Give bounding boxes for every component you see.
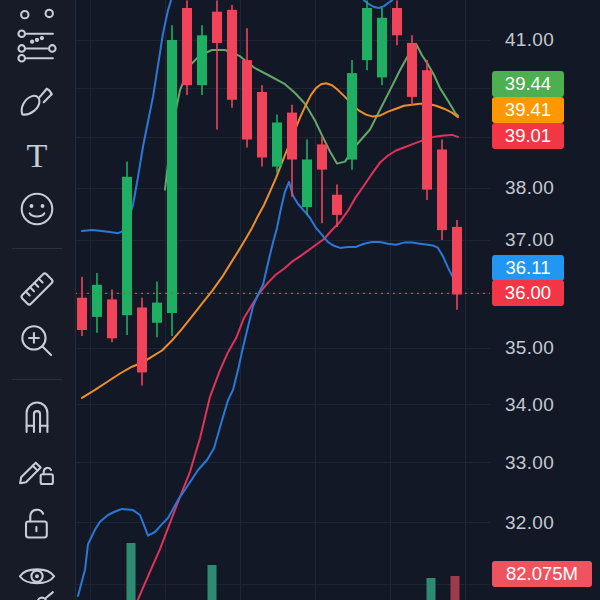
- candle-body: [302, 160, 312, 208]
- candle-body: [392, 8, 402, 35]
- fib-tools-icon[interactable]: [15, 24, 59, 68]
- candle-body: [167, 40, 177, 313]
- candle-body: [152, 303, 162, 323]
- band-blue-lower-line: [78, 182, 455, 596]
- candle-body: [347, 73, 357, 160]
- zoom-in-icon[interactable]: [15, 319, 59, 363]
- candle-body: [77, 298, 87, 330]
- trendline-partial-icon[interactable]: [15, 0, 59, 22]
- candle-body: [377, 18, 387, 78]
- toolbar-divider: [12, 379, 62, 380]
- volume-bar: [427, 578, 436, 600]
- drawing-toolbar: T: [0, 0, 76, 600]
- toolbar-divider: [12, 248, 62, 249]
- unlock-icon[interactable]: [15, 502, 59, 546]
- candle-body: [272, 123, 282, 167]
- price-label-41.00: 41.00: [505, 29, 554, 51]
- brush-icon[interactable]: [15, 79, 59, 123]
- candle-body: [362, 8, 372, 60]
- svg-text:T: T: [27, 137, 48, 174]
- volume-bar: [451, 576, 460, 600]
- price-label-37.00: 37.00: [505, 229, 554, 251]
- candle-body: [107, 299, 117, 338]
- price-label-32.00: 32.00: [505, 512, 554, 534]
- candle-body: [212, 12, 222, 43]
- magnet-icon[interactable]: [15, 394, 59, 438]
- price-label-35.00: 35.00: [505, 337, 554, 359]
- candle-body: [437, 150, 447, 231]
- candle-body: [257, 92, 267, 158]
- ruler-icon[interactable]: [15, 267, 59, 311]
- candle-body: [92, 285, 102, 317]
- price-label-38.00: 38.00: [505, 177, 554, 199]
- bottom-partial-icon[interactable]: [15, 586, 59, 600]
- candle-body: [197, 35, 207, 85]
- text-tool-icon[interactable]: T: [15, 134, 59, 178]
- volume-bar: [208, 565, 217, 600]
- price-badge-39.41: 39.41: [492, 97, 564, 123]
- candle-body: [332, 195, 342, 215]
- price-badge-82.075M: 82.075M: [492, 561, 592, 587]
- price-scale-axis[interactable]: 41.0038.0037.0035.0034.0033.0032.0039.44…: [490, 0, 600, 600]
- candle-body: [242, 60, 252, 139]
- candle-body: [227, 10, 237, 100]
- draw-lock-icon[interactable]: [15, 448, 59, 492]
- candle-body: [287, 113, 297, 160]
- candle-body: [407, 43, 417, 97]
- price-label-34.00: 34.00: [505, 394, 554, 416]
- candle-body: [122, 177, 132, 315]
- candle-body: [137, 308, 147, 373]
- candle-body: [317, 144, 327, 169]
- price-badge-36.11: 36.11: [492, 255, 564, 281]
- candle-body: [452, 227, 462, 295]
- candle-body: [422, 70, 432, 189]
- band-blue-upper-dip-line: [364, 1, 392, 9]
- emoji-icon[interactable]: [15, 187, 59, 231]
- price-badge-36.00: 36.00: [492, 280, 564, 306]
- price-label-33.00: 33.00: [505, 452, 554, 474]
- price-badge-39.44: 39.44: [492, 71, 564, 97]
- volume-bar: [127, 543, 136, 600]
- candle-body: [182, 8, 192, 85]
- price-badge-39.01: 39.01: [492, 123, 564, 149]
- trading-app-window: 41.0038.0037.0035.0034.0033.0032.0039.44…: [0, 0, 600, 600]
